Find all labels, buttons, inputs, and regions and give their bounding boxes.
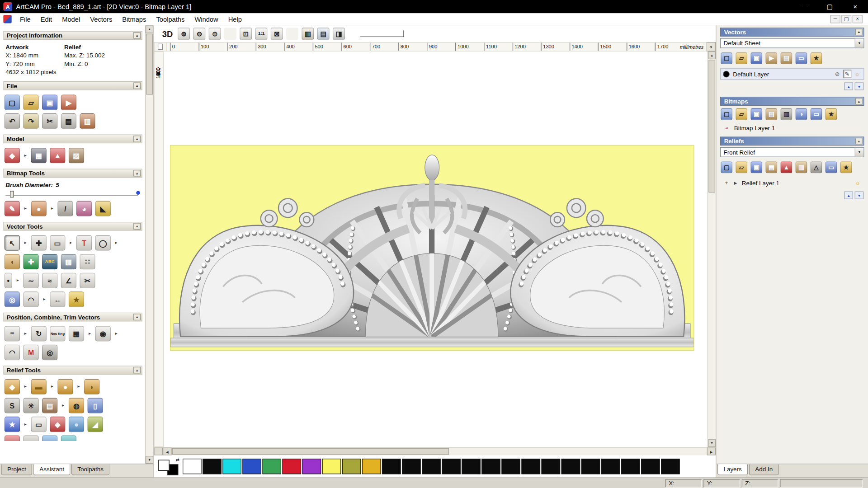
adjust-model-icon[interactable]: ▦	[31, 148, 47, 163]
extrude-relief-icon[interactable]: ◢	[87, 417, 103, 432]
load-image-icon[interactable]: ▨	[69, 148, 84, 163]
nesting-icon[interactable]: Nes ting	[50, 326, 65, 341]
scroll-right-button[interactable]: ▶	[707, 448, 716, 455]
color-swatch[interactable]	[382, 459, 401, 474]
flyout-arrow[interactable]: ▸	[23, 326, 28, 341]
color-swatch[interactable]	[601, 459, 620, 474]
menu-item[interactable]: Toolpaths	[151, 14, 189, 24]
polyline-tool-icon[interactable]: ∠	[61, 273, 76, 288]
color-swatch[interactable]	[462, 459, 481, 474]
color-swatch[interactable]	[641, 459, 660, 474]
scroll-origin-button[interactable]	[154, 448, 163, 455]
save-relief-layer-icon[interactable]: ▣	[750, 162, 762, 174]
flyout-arrow[interactable]: ▸	[23, 417, 28, 432]
flyout-arrow[interactable]: ▸	[61, 398, 66, 413]
new-vector-layer-icon[interactable]: ▢	[721, 52, 732, 64]
save-bitmap-layer-icon[interactable]: ▣	[750, 108, 762, 120]
undo-icon[interactable]: ↶	[5, 113, 20, 129]
flyout-arrow[interactable]: ▸	[87, 326, 92, 341]
transform-vectors-icon[interactable]: ✚	[31, 235, 47, 250]
bitmap-layer-row[interactable]: ◕ Bitmap Layer 1	[720, 124, 864, 136]
collapse-section-button[interactable]: ▲	[133, 223, 141, 230]
open-relief-layer-icon[interactable]: ▱	[736, 162, 747, 174]
menu-item[interactable]: Help	[223, 14, 247, 24]
flyout-arrow[interactable]: ▸	[23, 379, 28, 394]
tab-toolpaths[interactable]: Toolpaths	[71, 464, 110, 475]
smooth-pyramid-icon[interactable]: ▲	[781, 162, 793, 174]
block-copy-icon[interactable]: ▦	[69, 326, 84, 341]
delete-vector-layer-icon[interactable]: ▭	[796, 52, 807, 64]
scrollbar-thumb[interactable]	[172, 448, 449, 455]
collapse-section-button[interactable]: ▲	[133, 367, 141, 374]
import-export-icon[interactable]: ▶	[61, 94, 76, 110]
canvas-vertical-scrollbar[interactable]: ▲ ▼	[708, 52, 716, 447]
fan-relief-icon[interactable]: ◈	[50, 417, 65, 432]
color-swatch[interactable]	[262, 459, 281, 474]
color-swatch[interactable]	[621, 459, 640, 474]
star-relief-icon[interactable]: ★	[5, 417, 20, 432]
dropdown-arrow-icon[interactable]: ▼	[855, 39, 864, 48]
arc-fit-icon[interactable]: ◠	[23, 291, 38, 307]
collapse-section-button[interactable]: ▲	[133, 136, 141, 142]
layer-snap-icon[interactable]: ⊘	[833, 70, 841, 78]
add-relief-layer-icon[interactable]: +	[722, 179, 731, 187]
trim-vectors-icon[interactable]: ✂	[80, 273, 95, 288]
tab-layers[interactable]: Layers	[717, 464, 748, 475]
color-swatch[interactable]	[302, 459, 321, 474]
collapse-section-button[interactable]: ▲	[855, 98, 863, 105]
scroll-up-button[interactable]: ▲	[146, 25, 153, 33]
new-bitmap-icon[interactable]: ★	[826, 108, 837, 120]
color-swatch[interactable]	[203, 459, 222, 474]
ellipse-tool-icon[interactable]: ◯	[95, 235, 111, 250]
ring-tool-icon[interactable]: ◎	[5, 291, 20, 307]
zoom-out-icon[interactable]: ⊖	[193, 28, 206, 40]
relief-from-image-icon[interactable]: ▤	[42, 398, 57, 413]
line-width-preview[interactable]	[360, 30, 404, 37]
color-swatch[interactable]	[282, 459, 301, 474]
spiral-tool-icon[interactable]: ◎	[42, 345, 57, 360]
circular-copy-icon[interactable]: ↻	[31, 326, 47, 341]
toggle-vector-visibility-icon[interactable]: ▥	[302, 28, 314, 40]
weld-vectors-icon[interactable]: ◉	[95, 326, 111, 341]
collapse-section-button[interactable]: ▲	[133, 170, 141, 177]
move-layer-down-button[interactable]: ▼	[855, 192, 864, 199]
redo-icon[interactable]: ↷	[23, 113, 38, 129]
color-swatch[interactable]	[183, 459, 202, 474]
relief-select[interactable]: Front Relief ▼	[720, 147, 864, 157]
menu-item[interactable]: Model	[57, 14, 85, 24]
contrast-icon[interactable]: ◑	[796, 108, 807, 120]
artwork-sheet[interactable]	[170, 145, 693, 350]
canvas-horizontal-scrollbar[interactable]: ◀ ▶	[154, 447, 716, 455]
set-model-size-icon[interactable]: ◆	[5, 148, 20, 163]
layer-colour-swatch[interactable]	[723, 70, 730, 77]
collapse-section-button[interactable]: ▲	[855, 29, 863, 36]
color-swatch[interactable]	[542, 459, 561, 474]
swirl-relief-icon[interactable]: ◎	[42, 436, 57, 441]
text-tool-icon[interactable]: T	[76, 235, 92, 250]
color-swatch[interactable]	[222, 459, 241, 474]
rectangle-tool-icon[interactable]: ▭	[50, 235, 65, 250]
mirror-vectors-icon[interactable]: M	[23, 345, 38, 360]
separator[interactable]	[286, 28, 298, 40]
flyout-arrow[interactable]: ▸	[50, 201, 54, 216]
zoom-previous-icon[interactable]: ⊙	[209, 28, 221, 40]
move-layer-down-button[interactable]: ▼	[855, 82, 864, 90]
paste-relief-icon[interactable]: ▥	[796, 162, 807, 174]
model-lighting-icon[interactable]: ▲	[50, 148, 65, 163]
smoothing-tool-icon[interactable]: S	[5, 398, 20, 413]
relief-layer-row[interactable]: + ▶ Relief Layer 1 ☼	[720, 177, 864, 189]
texture-relief-icon[interactable]: ●	[69, 417, 84, 432]
fit-arcs-icon[interactable]: ◠	[5, 345, 20, 360]
array-copy-icon[interactable]: ∷	[80, 254, 95, 269]
smooth-curve-icon[interactable]: ≈	[42, 273, 57, 288]
color-swatch[interactable]	[661, 459, 680, 474]
separator[interactable]	[224, 28, 236, 40]
flyout-arrow[interactable]: ▸	[76, 379, 81, 394]
new-relief-icon[interactable]: ★	[840, 162, 852, 174]
mdi-restore-button[interactable]: ▢	[841, 15, 851, 23]
toggle-bitmap-visibility-icon[interactable]: ▤	[317, 28, 330, 40]
collapse-section-button[interactable]: ▲	[133, 32, 141, 39]
flyout-arrow[interactable]: ▸	[15, 273, 20, 288]
ruler-options-button[interactable]: ▼	[706, 42, 716, 52]
scrollbar-thumb[interactable]	[708, 60, 715, 192]
